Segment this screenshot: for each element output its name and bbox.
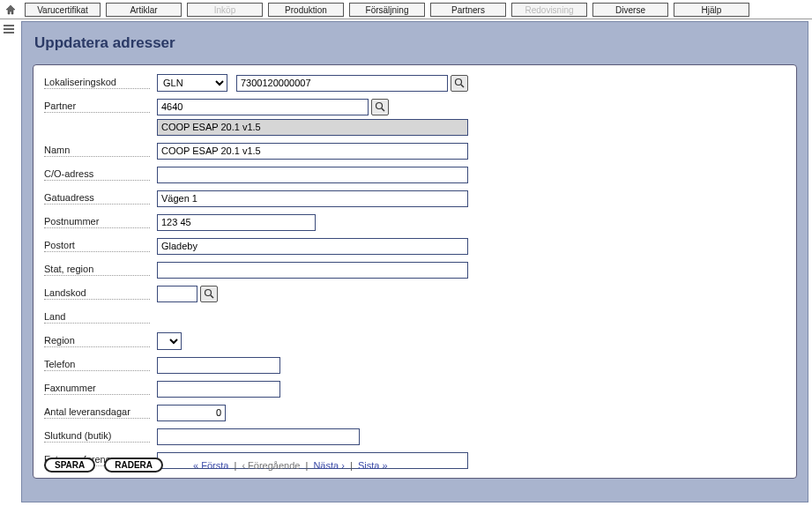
svg-line-8 (211, 295, 213, 298)
lokaliseringskod-search-button[interactable] (451, 75, 468, 92)
label-stat: Stat, region (44, 264, 150, 276)
page-title: Uppdatera adresser (34, 34, 797, 52)
label-postort: Postort (44, 240, 150, 252)
svg-point-3 (456, 79, 462, 86)
namn-input[interactable] (157, 143, 468, 160)
nav-next[interactable]: Nästa › (313, 460, 344, 471)
slutkund-input[interactable] (157, 428, 360, 445)
gatu-input[interactable] (157, 190, 468, 207)
tab-produktion[interactable]: Produktion (268, 3, 344, 17)
tab-inkop: Inköp (187, 3, 263, 17)
save-button[interactable]: SPARA (44, 458, 95, 473)
levdagar-input[interactable] (157, 405, 226, 421)
region-select[interactable] (157, 332, 182, 350)
form-panel: Lokaliseringskod GLN Partner COOP ESAP 2… (33, 64, 797, 479)
svg-point-7 (205, 290, 212, 296)
telefon-input[interactable] (157, 357, 280, 374)
menu-icon[interactable] (2, 23, 16, 35)
postort-input[interactable] (157, 238, 468, 255)
label-partner: Partner (44, 100, 150, 113)
lokaliseringskod-input[interactable] (236, 75, 448, 92)
svg-line-6 (382, 108, 384, 111)
partner-search-button[interactable] (371, 99, 389, 115)
label-namn: Namn (44, 145, 150, 157)
stat-input[interactable] (157, 262, 468, 279)
label-lokaliseringskod: Lokaliseringskod (44, 77, 150, 89)
label-slutkund: Slutkund (butik) (44, 430, 150, 443)
co-input[interactable] (157, 167, 468, 183)
fax-input[interactable] (157, 381, 280, 398)
footer: SPARA RADERA « Första | ‹ Föregående | N… (44, 458, 786, 473)
tab-hjalp[interactable]: Hjälp (674, 3, 749, 17)
delete-button[interactable]: RADERA (104, 458, 163, 473)
label-levdagar: Antal leveransdagar (44, 406, 150, 419)
tab-varucertifikat[interactable]: Varucertifikat (25, 3, 101, 17)
search-icon (204, 288, 214, 299)
label-region: Region (44, 335, 150, 347)
topbar: Varucertifikat Artiklar Inköp Produktion… (0, 0, 812, 19)
content-area: Uppdatera adresser Lokaliseringskod GLN … (21, 21, 808, 502)
partner-input[interactable] (157, 99, 369, 115)
nav-prev: ‹ Föregående (242, 460, 300, 471)
tab-partners[interactable]: Partners (430, 3, 506, 17)
label-postnr: Postnummer (44, 216, 150, 228)
tab-diverse[interactable]: Diverse (592, 3, 668, 17)
svg-point-5 (376, 103, 383, 109)
nav-first[interactable]: « Första (193, 460, 228, 471)
pagination-nav: « Första | ‹ Föregående | Nästa › | Sist… (193, 460, 387, 471)
label-gatu: Gatuadress (44, 192, 150, 205)
postnr-input[interactable] (157, 214, 316, 231)
partner-display: COOP ESAP 20.1 v1.5 (157, 119, 468, 136)
landskod-search-button[interactable] (200, 286, 218, 302)
home-icon[interactable] (4, 3, 18, 17)
search-icon (375, 101, 385, 112)
label-land: Land (44, 311, 150, 324)
search-icon (454, 78, 465, 88)
svg-line-4 (461, 85, 464, 87)
landskod-input[interactable] (157, 286, 197, 302)
tab-artiklar[interactable]: Artiklar (106, 3, 182, 17)
label-telefon: Telefon (44, 359, 150, 371)
sidebar (2, 23, 18, 36)
label-landskod: Landskod (44, 287, 150, 300)
label-co: C/O-adress (44, 168, 150, 181)
label-fax: Faxnummer (44, 383, 150, 395)
tab-forsaljning[interactable]: Försäljning (349, 3, 425, 17)
lokaliseringskod-type-select[interactable]: GLN (157, 74, 227, 92)
tab-redovisning: Redovisning (511, 3, 587, 17)
nav-last[interactable]: Sista » (358, 460, 388, 471)
